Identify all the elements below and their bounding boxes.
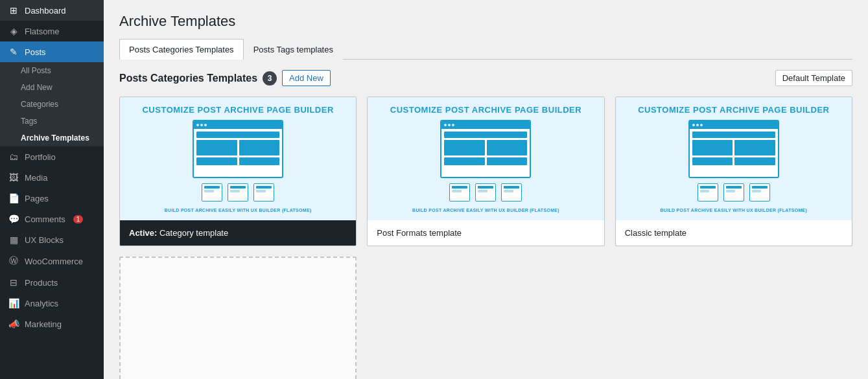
media-icon: 🖼 [8,172,19,183]
arch-mini-line-half-6 [700,190,709,192]
arch-block-b5 [487,157,528,165]
sidebar-item-pages[interactable]: 📄 Pages [0,188,104,209]
template-image-0: CUSTOMIZE POST ARCHIVE PAGE BUILDER [120,97,356,220]
sidebar-item-posts[interactable]: ✎ Posts [0,41,104,62]
arch-block-c4 [692,157,733,165]
arch-block-b1 [444,132,527,138]
sidebar-item-label: Analytics [25,299,58,308]
active-label-0: Active: [129,228,157,238]
default-template-button[interactable]: Default Template [775,70,852,86]
sidebar: ⊞ Dashboard ◈ Flatsome ✎ Posts All Posts… [0,0,104,379]
arch-block-4 [239,157,280,165]
tabs-bar: Posts Categories Templates Posts Tags te… [119,39,852,60]
sidebar-item-comments[interactable]: 💬 Comments 1 [0,209,104,229]
sidebar-item-tags[interactable]: Tags [0,113,104,130]
arch-mini-line-half-7 [726,190,735,192]
arch-mini-line-6 [700,186,716,189]
arch-browser-0 [193,120,283,178]
arch-block-banner [196,132,279,138]
arch-mini-line-8 [752,186,768,189]
dashboard-icon: ⊞ [8,5,19,16]
arch-mini-line-5 [504,186,519,189]
add-new-label: Add New [21,83,53,92]
page-title: Archive Templates [119,13,852,30]
arch-mini-line-half-1 [230,190,239,192]
template-card-2[interactable]: CUSTOMIZE POST ARCHIVE PAGE BUILDER [615,97,852,246]
sidebar-item-ux-blocks[interactable]: ▦ UX Blocks [0,229,104,250]
arch-browser-2 [688,120,779,178]
templates-grid: CUSTOMIZE POST ARCHIVE PAGE BUILDER [119,97,852,246]
products-icon: ⊟ [8,277,19,288]
arch-content-2 [690,129,778,168]
arch-mini-line-1 [230,186,246,189]
posts-submenu: All Posts Add New Categories Tags Archiv… [0,62,104,146]
archive-templates-label: Archive Templates [21,133,89,143]
sidebar-item-all-posts[interactable]: All Posts [0,62,104,79]
template-footer-2: Classic template [616,220,852,246]
sidebar-item-products[interactable]: ⊟ Products [0,272,104,293]
arch-dot-7 [696,124,699,126]
sidebar-item-archive-templates[interactable]: Archive Templates [0,130,104,146]
arch-browser-bar-2 [690,121,778,129]
add-new-button[interactable]: Add New [282,70,331,86]
arch-mini-line-half-8 [752,190,761,192]
template-name-1: Post Formats template [377,228,462,238]
template-footer-1: Post Formats template [368,220,604,246]
sidebar-item-label: Pages [25,194,49,203]
sidebar-item-marketing[interactable]: 📣 Marketing [0,314,104,334]
arch-mini-line-2 [256,186,272,189]
sidebar-item-portfolio[interactable]: 🗂 Portfolio [0,146,104,167]
sidebar-item-media[interactable]: 🖼 Media [0,167,104,188]
arch-block-2 [239,140,280,155]
sidebar-item-add-new[interactable]: Add New [0,79,104,96]
main-content: Archive Templates Posts Categories Templ… [104,0,868,379]
arch-sub-text-2: BUILD POST ARCHIVE EASILY WITH UX BUILDE… [660,208,807,212]
arch-mini-line-half-3 [452,190,461,192]
tab-tags[interactable]: Posts Tags templates [244,39,343,60]
arch-browser-bar-1 [441,121,530,129]
section-header: Posts Categories Templates 3 Add New Def… [119,70,852,86]
arch-block-c3 [734,140,775,155]
sidebar-item-categories[interactable]: Categories [0,96,104,113]
arch-mini-card-6 [698,183,718,201]
arch-mini-line-4 [478,186,493,189]
sidebar-item-flatsome[interactable]: ◈ Flatsome [0,21,104,41]
sidebar-item-label: Marketing [25,319,62,329]
arch-title-0: CUSTOMIZE POST ARCHIVE PAGE BUILDER [142,105,333,115]
template-card-0[interactable]: CUSTOMIZE POST ARCHIVE PAGE BUILDER [119,97,357,246]
arch-dot-6 [692,124,695,126]
flatsome-icon: ◈ [8,26,19,36]
arch-block-b4 [444,157,485,165]
arch-mini-card-4 [475,183,496,201]
arch-block-c5 [734,157,775,165]
template-card-1[interactable]: CUSTOMIZE POST ARCHIVE PAGE BUILDER [367,97,604,246]
arch-icons-row-2 [698,183,770,201]
sidebar-item-woocommerce[interactable]: Ⓦ WooCommerce [0,250,104,272]
pages-icon: 📄 [8,193,19,203]
template-name-0: Category template [159,228,228,238]
add-template-card[interactable] [119,257,357,379]
arch-title-2: CUSTOMIZE POST ARCHIVE PAGE BUILDER [638,105,829,115]
template-image-2: CUSTOMIZE POST ARCHIVE PAGE BUILDER [616,97,852,220]
arch-sub-text-0: BUILD POST ARCHIVE EASILY WITH UX BUILDE… [165,208,312,212]
sidebar-item-analytics[interactable]: 📊 Analytics [0,293,104,314]
arch-browser-bar-0 [194,121,282,129]
arch-dot-2 [204,124,207,126]
marketing-icon: 📣 [8,319,19,329]
sidebar-item-label: UX Blocks [25,235,64,245]
tags-label: Tags [21,117,37,126]
sidebar-item-dashboard[interactable]: ⊞ Dashboard [0,0,104,21]
portfolio-icon: 🗂 [8,152,19,162]
sidebar-item-label: Media [25,173,47,183]
arch-mini-card-0 [202,183,222,201]
arch-dot-3 [444,124,447,126]
sidebar-item-label: Products [25,278,58,288]
section-title: Posts Categories Templates [119,73,257,84]
arch-mini-line-half-4 [478,190,487,192]
tab-categories[interactable]: Posts Categories Templates [119,39,244,60]
sidebar-item-label: WooCommerce [25,257,83,266]
arch-mini-card-7 [723,183,744,201]
arch-sub-text-1: BUILD POST ARCHIVE EASILY WITH UX BUILDE… [412,208,559,212]
arch-browser-1 [440,120,531,178]
add-template-row [119,257,852,379]
